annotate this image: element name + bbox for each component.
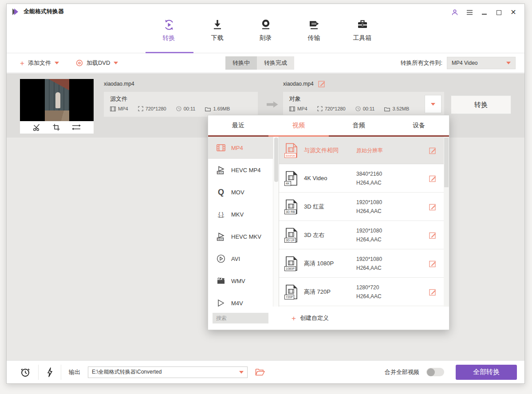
preset-edit-icon[interactable] [429, 203, 437, 210]
nav-tab-toolbox[interactable]: 工具箱 [347, 19, 378, 42]
video-thumbnail [20, 79, 94, 134]
maximize-button[interactable] [495, 8, 503, 16]
folder-icon [384, 106, 390, 111]
format-list-scrollbar[interactable] [273, 137, 279, 307]
burn-disc-icon [260, 19, 272, 31]
format-item-hevc-mp4[interactable]: HEVC HEVC MP4 [208, 159, 273, 181]
merge-videos-toggle[interactable] [426, 368, 444, 376]
scrollbar-thumb[interactable] [444, 138, 449, 187]
rename-edit-icon[interactable] [318, 80, 326, 87]
format-item-wmv[interactable]: WMV [208, 270, 273, 292]
format-label: MKV [231, 211, 244, 218]
film-icon [110, 106, 116, 111]
resolution-meta: 720*1280 [138, 106, 166, 111]
output-path-select[interactable]: E:\全能格式转换器\Converted [88, 366, 248, 378]
load-dvd-button[interactable]: 加载DVD [76, 59, 118, 67]
chevron-down-icon [55, 62, 59, 64]
nav-label: 传输 [308, 34, 320, 42]
format-item-mov[interactable]: Q MOV [208, 181, 273, 203]
preset-row-3d-rb[interactable]: 3D RB 3D 红蓝 1920*1080 H264,AAC [279, 193, 444, 221]
preset-specs: 1920*1080 H264,AAC [356, 198, 418, 216]
trim-scissors-icon[interactable] [32, 123, 41, 132]
target-section-label: 对象 [289, 95, 438, 103]
format-label: AVI [231, 256, 240, 262]
preset-edit-icon[interactable] [429, 288, 437, 296]
preset-dropdown-button[interactable] [425, 95, 441, 113]
format-item-avi[interactable]: AVI [208, 248, 273, 270]
arrow-right-icon [267, 101, 278, 110]
preset-edit-icon[interactable] [429, 260, 437, 267]
format-item-mkv[interactable]: {.} MKV [208, 203, 273, 225]
thumbnail-image [45, 79, 69, 121]
format-label: M4V [231, 300, 243, 307]
tab-audio[interactable]: 音频 [329, 115, 389, 137]
preset-edit-icon[interactable] [429, 146, 437, 154]
preset-row-source[interactable]: source 与源文件相同 原始分辨率 [279, 137, 444, 164]
resolution-icon [138, 106, 143, 111]
nav-tab-download[interactable]: 下载 [202, 19, 233, 42]
convert-file-button[interactable]: 转换 [451, 95, 511, 114]
tab-video[interactable]: 视频 [268, 115, 329, 137]
crop-icon[interactable] [52, 123, 61, 132]
format-item-mp4[interactable]: MP4 [208, 137, 273, 159]
tab-recent[interactable]: 最近 [208, 115, 268, 137]
format-item-m4v[interactable]: M4V [208, 292, 273, 307]
app-logo-icon [12, 8, 20, 16]
tab-finished[interactable]: 转换完成 [257, 56, 294, 70]
thumbnail-preview[interactable] [20, 79, 94, 121]
search-input[interactable] [213, 313, 268, 323]
convert-state-tabs: 转换中 转换完成 [225, 56, 294, 70]
nav-tab-transfer[interactable]: 传输 [299, 19, 330, 42]
minimize-button[interactable] [480, 8, 488, 16]
preset-row-3d-lr[interactable]: 3D LR 3D 左右 1920*1080 H264,AAC [279, 221, 444, 249]
preset-row-720p[interactable]: 720P 高清 720P 1280*720 H264,AAC [279, 278, 444, 306]
tab-device[interactable]: 设备 [389, 115, 449, 137]
nav-label: 转换 [163, 34, 175, 42]
close-button[interactable]: ✕ [509, 8, 517, 16]
convert-all-button[interactable]: 全部转换 [456, 365, 517, 380]
source-meta: MP4 720*1280 00:11 1.69MB [110, 106, 252, 111]
preset-edit-icon[interactable] [429, 231, 437, 239]
high-speed-bolt-icon[interactable] [46, 367, 53, 378]
preset-name: 3D 红蓝 [304, 203, 356, 211]
preset-list-scrollbar[interactable] [444, 137, 449, 307]
load-dvd-label: 加载DVD [87, 59, 110, 67]
folder-icon [205, 106, 211, 111]
effects-sliders-icon[interactable] [71, 123, 81, 132]
hevc-play-icon: HEVC [216, 232, 226, 241]
preset-name: 4K Video [304, 175, 356, 181]
format-item-hevc-mkv[interactable]: HEVC HEVC MKV [208, 225, 273, 248]
menu-icon[interactable] [465, 8, 473, 16]
target-file-name: xiaodao.mp4 [283, 81, 314, 87]
open-folder-icon[interactable] [255, 368, 265, 376]
account-icon[interactable] [451, 8, 459, 16]
play-circle-icon [216, 254, 226, 264]
status-bar: 输出 E:\全能格式转换器\Converted 合并全部视频 全部转换 [7, 360, 524, 383]
tab-converting[interactable]: 转换中 [225, 56, 257, 70]
nav-tab-convert[interactable]: 转换 [154, 19, 185, 42]
nav-tab-burn[interactable]: 刻录 [250, 19, 281, 42]
target-info-panel: 对象 MP4 720*1280 00:11 3.52MB [283, 92, 444, 117]
source-info-panel: 源文件 MP4 720*1280 00:11 1.69MB [104, 92, 258, 117]
format-label: HEVC MKV [231, 233, 261, 240]
window-controls: ✕ [451, 8, 517, 16]
format-picker-panel: 最近 视频 音频 设备 MP4 HEVC HEVC MP4 [208, 115, 449, 330]
format-panel-footer: + 创建自定义 [208, 307, 449, 330]
format-meta: MP4 [289, 106, 307, 111]
mp4-filmstrip-icon [216, 143, 226, 153]
scrollbar-thumb[interactable] [274, 138, 278, 182]
preset-row-4k[interactable]: 4K 4K Video 3840*2160 H264,AAC [279, 164, 444, 193]
header: 全能格式转换器 ✕ 转换 下载 [7, 4, 524, 53]
global-format-select[interactable]: MP4 Video [447, 57, 516, 69]
preset-edit-icon[interactable] [429, 174, 437, 182]
titlebar: 全能格式转换器 [12, 8, 64, 16]
preset-row-1080p[interactable]: 1080P 高清 1080P 1920*1080 H264,AAC [279, 249, 444, 278]
merge-videos-label: 合并全部视频 [385, 368, 419, 376]
nav-label: 下载 [211, 34, 224, 42]
duration-meta: 00:11 [355, 106, 375, 111]
create-custom-button[interactable]: + 创建自定义 [292, 314, 329, 322]
schedule-alarm-icon[interactable] [20, 367, 31, 378]
clapperboard-icon [216, 276, 226, 286]
add-file-button[interactable]: + 添加文件 [20, 59, 59, 67]
preset-file-icon: 1080P [285, 256, 298, 271]
